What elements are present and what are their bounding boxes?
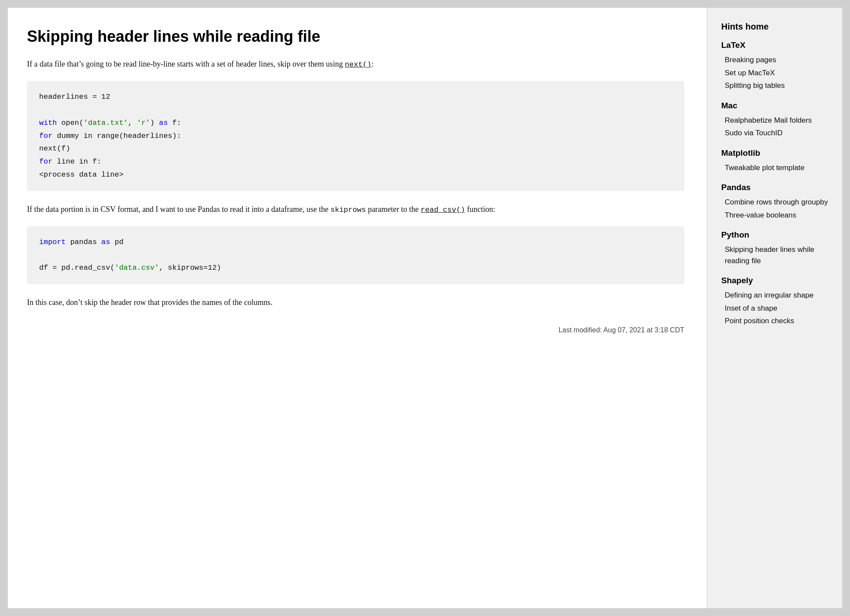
sidebar-section-title-latex: LaTeX	[721, 40, 830, 50]
code-str-data-txt: 'data.txt'	[84, 119, 128, 127]
sidebar-section-pandas: Pandas Combine rows through groupby Thre…	[721, 183, 830, 221]
code-f-colon: f:	[168, 119, 181, 127]
sidebar-link-setup-mactex[interactable]: Set up MacTeX	[721, 67, 830, 80]
sidebar-link-point-position[interactable]: Point position checks	[721, 315, 830, 328]
code-for-2-rest: line in f:	[53, 157, 101, 166]
code2-df-after: , skiprows=12)	[159, 264, 221, 272]
intro-paragraph: If a data file that’s going to be read l…	[27, 58, 684, 70]
code-line-2	[39, 104, 672, 117]
code-comma: ,	[128, 119, 137, 127]
code2-line-1: import pandas as pd	[39, 236, 672, 249]
kw-for-2: for	[39, 157, 53, 166]
mid-text-after: function:	[465, 205, 495, 214]
kw-import: import	[39, 238, 66, 246]
code2-df-before: df = pd.read_csv(	[39, 264, 114, 272]
code2-pd: pd	[110, 238, 124, 246]
sidebar: Hints home LaTeX Breaking pages Set up M…	[707, 8, 842, 608]
kw-as-2: as	[101, 238, 110, 246]
code-line-6: for line in f:	[39, 155, 672, 168]
next-function-code: next()	[345, 60, 371, 69]
sidebar-section-matplotlib: Matplotlib Tweakable plot template	[721, 148, 830, 174]
mid-paragraph: If the data portion is in CSV format, an…	[27, 203, 684, 216]
sidebar-link-sudo-touchid[interactable]: Sudo via TouchID	[721, 127, 830, 140]
code-next-f: next(f)	[39, 144, 70, 153]
sidebar-section-title-matplotlib: Matplotlib	[721, 148, 830, 158]
last-modified: Last modified: Aug 07, 2021 at 3:18 CDT	[27, 326, 684, 334]
sidebar-section-python: Python Skipping header lines while readi…	[721, 230, 830, 267]
sidebar-section-title-python: Python	[721, 230, 830, 240]
intro-text-after: :	[371, 60, 374, 68]
bottom-paragraph: In this case, don’t skip the header row …	[27, 296, 684, 309]
code-close-paren: )	[150, 119, 159, 127]
code2-line-2	[39, 249, 672, 262]
kw-with: with	[39, 119, 57, 127]
code-line-1: headerlines = 12	[39, 90, 672, 104]
code-block-1: headerlines = 12 with open('data.txt', '…	[27, 81, 684, 191]
mid-text-before: If the data portion is in CSV format, an…	[27, 205, 331, 214]
sidebar-link-breaking-pages[interactable]: Breaking pages	[721, 54, 830, 67]
sidebar-section-title-shapely: Shapely	[721, 276, 830, 285]
sidebar-link-irregular-shape[interactable]: Defining an irregular shape	[721, 289, 830, 302]
code2-line-3: df = pd.read_csv('data.csv', skiprows=12…	[39, 261, 672, 275]
code-str-r: 'r'	[137, 119, 150, 127]
kw-for-1: for	[39, 132, 53, 140]
kw-as-1: as	[159, 119, 167, 127]
sidebar-title[interactable]: Hints home	[721, 22, 830, 32]
read-csv-code: read_csv()	[421, 206, 465, 214]
sidebar-section-title-pandas: Pandas	[721, 183, 830, 192]
code2-pandas: pandas	[66, 238, 101, 246]
code-line-5: next(f)	[39, 142, 672, 155]
sidebar-section-shapely: Shapely Defining an irregular shape Inse…	[721, 276, 830, 328]
page-title: Skipping header lines while reading file	[27, 27, 684, 46]
sidebar-link-combine-rows[interactable]: Combine rows through groupby	[721, 196, 830, 209]
sidebar-link-skipping-header[interactable]: Skipping header lines while reading file	[721, 243, 830, 267]
code2-str-data-csv: 'data.csv'	[114, 264, 159, 272]
sidebar-link-inset-shape[interactable]: Inset of a shape	[721, 302, 830, 315]
sidebar-link-three-value[interactable]: Three-value booleans	[721, 209, 830, 222]
code-line-3: with open('data.txt', 'r') as f:	[39, 117, 672, 130]
sidebar-link-realphabetize[interactable]: Realphabetize Mail folders	[721, 114, 830, 127]
main-content: Skipping header lines while reading file…	[8, 8, 707, 608]
sidebar-section-mac: Mac Realphabetize Mail folders Sudo via …	[721, 101, 830, 140]
mid-text-middle: parameter to the	[366, 205, 421, 214]
code-block-2: import pandas as pd df = pd.read_csv('da…	[27, 226, 684, 284]
code-open-paren: open(	[57, 119, 84, 127]
code-line-4: for dummy in range(headerlines):	[39, 130, 672, 143]
intro-text-before: If a data file that’s going to be read l…	[27, 60, 345, 68]
sidebar-section-latex: LaTeX Breaking pages Set up MacTeX Split…	[721, 40, 830, 92]
sidebar-link-splitting-tables[interactable]: Splitting big tables	[721, 79, 830, 92]
code-line-7: <process data line>	[39, 168, 672, 181]
sidebar-section-title-mac: Mac	[721, 101, 830, 110]
code-for-1-rest: dummy in range(headerlines):	[53, 132, 181, 140]
code-process-line: <process data line>	[39, 171, 124, 179]
sidebar-link-tweakable-plot[interactable]: Tweakable plot template	[721, 161, 830, 174]
skiprows-code: skiprows	[331, 206, 366, 214]
page-wrapper: Skipping header lines while reading file…	[8, 8, 842, 608]
